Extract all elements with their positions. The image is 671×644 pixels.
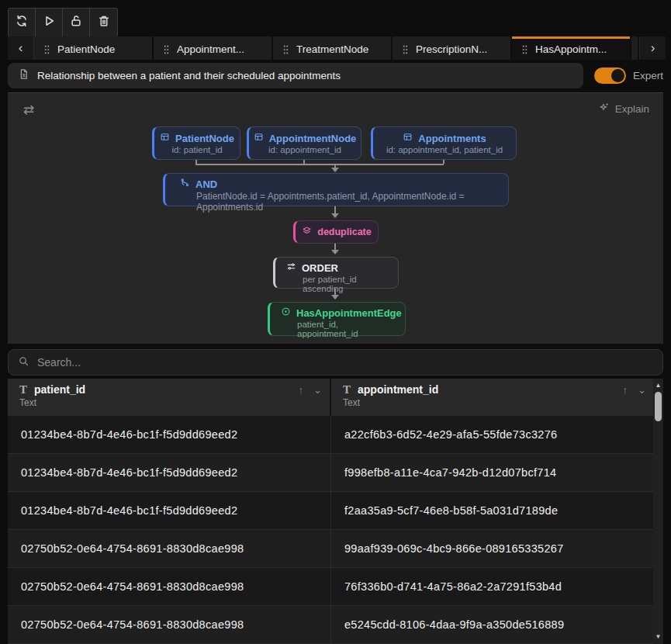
node-appointmentnode[interactable]: AppointmentNode id: appointment_id [247,126,361,160]
tab-prescriptionnode[interactable]: PrescriptionN... [393,36,510,60]
chevron-right-icon: › [651,40,655,56]
node-deduplicate[interactable]: deduplicate [293,220,379,244]
cell-appointment-id[interactable]: a22cf6b3-6d52-4e29-afa5-55fde73c3276 [331,416,654,453]
table-icon [160,132,170,144]
arrowhead-icon [331,250,339,254]
table-row[interactable]: 02750b52-0e64-4754-8691-8830d8cae998 e52… [8,606,663,644]
tab-treatmentnode[interactable]: TreatmentNode [273,36,391,60]
node-subtitle: id: patient_id [154,145,240,154]
arrowhead-icon [331,213,339,218]
cell-patient-id[interactable]: 02750b52-0e64-4754-8691-8830d8cae998 [8,606,331,643]
drag-handle-icon [163,44,170,55]
drag-handle-icon [282,44,289,55]
description-text: Relationship between a patient and their… [37,70,341,81]
description-row: Relationship between a patient and their… [8,63,663,88]
table-row[interactable]: 02750b52-0e64-4754-8691-8830d8cae998 76f… [8,568,663,606]
scrollbar-thumb[interactable] [655,392,662,421]
results-table: T patient_id ↑ ⌄ Text T appointment_id ↑… [8,379,663,644]
cell-patient-id[interactable]: 02750b52-0e64-4754-8691-8830d8cae998 [8,568,331,605]
table-row[interactable]: 02750b52-0e64-4754-8691-8830d8cae998 99a… [8,530,663,568]
expert-toggle-label: Expert [633,70,663,81]
column-header-appointment-id[interactable]: T appointment_id ↑ ⌄ Text [331,379,654,416]
cell-appointment-id[interactable]: e5245cdd-8106-4daa-9f9a-a350de516889 [331,606,654,643]
node-order[interactable]: ORDER per patient_id ascending [273,257,399,289]
table-icon [254,132,264,144]
swap-orientation-icon[interactable]: ⇄ [23,102,34,118]
search-input[interactable] [37,356,653,369]
vertical-scrollbar[interactable]: ▲ ▼ [653,379,663,644]
scroll-up-icon[interactable]: ▲ [653,380,663,391]
cell-appointment-id[interactable]: f998efb8-a11e-4ca7-942b-d12d07bcf714 [331,454,654,491]
sliders-icon [286,261,296,274]
search-icon [18,355,29,370]
cell-patient-id[interactable]: 01234be4-8b7d-4e46-bc1f-f5d9dd69eed2 [8,492,331,529]
target-icon [281,306,291,319]
explain-label: Explain [615,103,649,115]
cell-appointment-id[interactable]: 76f336b0-d741-4a75-86a2-2a7291f53b4d [331,568,654,605]
app-window: ‹ PatientNode Appointment... TreatmentNo… [0,0,671,644]
arrowhead-icon [331,295,339,299]
sort-ascending-icon[interactable]: ↑ [299,384,304,396]
table-row[interactable]: 01234be4-8b7d-4e46-bc1f-f5d9dd69eed2 f2a… [8,492,663,530]
column-type: Text [19,397,322,408]
drag-handle-icon [521,44,528,55]
refresh-icon [15,14,29,31]
column-name: patient_id [34,383,85,396]
column-menu-icon[interactable]: ⌄ [638,384,646,396]
column-menu-icon[interactable]: ⌄ [313,384,322,396]
node-title: ORDER [302,262,338,274]
node-subtitle: per patient_id ascending [303,275,389,293]
layers-icon [302,226,312,238]
branch-icon [180,178,190,190]
tab-partial[interactable] [631,36,638,60]
tabs-scroll-right-button[interactable]: › [639,36,666,60]
refresh-button[interactable] [9,9,36,36]
toggle-knob [611,69,624,82]
node-title: PatientNode [175,133,234,144]
cell-patient-id[interactable]: 01234be4-8b7d-4e46-bc1f-f5d9dd69eed2 [8,454,331,491]
cell-appointment-id[interactable]: 99aaf939-069c-4bc9-866e-089165335267 [331,530,654,567]
tab-bar: ‹ PatientNode Appointment... TreatmentNo… [8,36,663,60]
query-graph-canvas[interactable]: ⇄ Explain [8,92,663,344]
tab-appointment[interactable]: Appointment... [154,36,272,60]
node-title: deduplicate [317,227,371,237]
node-title: Appointments [418,133,486,144]
trash-icon [97,14,111,31]
document-icon [18,68,29,83]
text-type-icon: T [19,384,27,396]
description-bar[interactable]: Relationship between a patient and their… [8,63,583,88]
lock-button[interactable] [63,9,90,36]
node-hasappointmentedge[interactable]: HasAppointmentEdge patient_id, appointme… [268,302,406,336]
play-icon [42,14,56,31]
tab-label: PrescriptionN... [416,43,487,55]
run-button[interactable] [36,9,63,36]
node-subtitle: id: appointment_id, patient_id [373,145,516,154]
scroll-down-icon[interactable]: ▼ [653,632,663,642]
cell-patient-id[interactable]: 01234be4-8b7d-4e46-bc1f-f5d9dd69eed2 [8,416,331,453]
chevron-left-icon: ‹ [19,40,23,56]
table-row[interactable]: 01234be4-8b7d-4e46-bc1f-f5d9dd69eed2 a22… [8,416,663,454]
column-name: appointment_id [358,383,438,396]
node-subtitle: id: appointment_id [249,145,361,154]
expert-toggle[interactable] [594,68,626,84]
explain-button[interactable]: Explain [598,102,649,116]
tab-label: Appointment... [177,43,244,55]
node-subtitle: patient_id, appointment_id [297,320,396,338]
tab-hasappointmentedge-active[interactable]: HasAppointm... [512,36,630,60]
tab-patientnode[interactable]: PatientNode [34,36,152,60]
sort-ascending-icon[interactable]: ↑ [623,384,628,396]
cell-appointment-id[interactable]: f2aa35a9-5cf7-46e8-b58f-5a031d7189de [331,492,654,529]
tabs-scroll-left-button[interactable]: ‹ [8,36,34,60]
drag-handle-icon [402,44,409,55]
node-title: HasAppointmentEdge [296,307,402,319]
column-header-patient-id[interactable]: T patient_id ↑ ⌄ Text [8,379,331,416]
tab-label: HasAppointm... [535,43,607,55]
table-row[interactable]: 01234be4-8b7d-4e46-bc1f-f5d9dd69eed2 f99… [8,454,663,492]
node-subtitle: PatientNode.id = Appointments.patient_id… [196,191,499,213]
text-type-icon: T [343,384,351,396]
node-appointments[interactable]: Appointments id: appointment_id, patient… [371,126,517,160]
node-patientnode[interactable]: PatientNode id: patient_id [152,126,240,160]
cell-patient-id[interactable]: 02750b52-0e64-4754-8691-8830d8cae998 [8,530,331,567]
node-and-condition[interactable]: AND PatientNode.id = Appointments.patien… [163,173,509,206]
delete-button[interactable] [90,9,117,36]
